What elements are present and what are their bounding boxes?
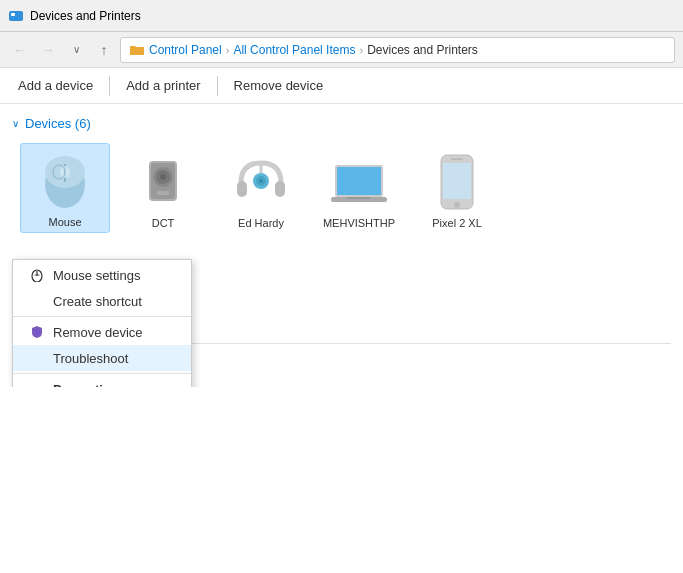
device-dct-label: DCT (152, 217, 175, 229)
title-bar-icon (8, 8, 24, 24)
title-bar: Devices and Printers (0, 0, 683, 32)
context-mouse-settings-label: Mouse settings (53, 268, 140, 283)
phone-icon (437, 153, 477, 213)
context-sep-2 (13, 373, 191, 374)
toolbar-separator-1 (109, 76, 110, 96)
svg-rect-1 (11, 13, 15, 16)
laptop-icon (327, 153, 391, 213)
svg-point-17 (259, 179, 263, 183)
svg-rect-22 (347, 197, 371, 199)
toolbar-separator-2 (217, 76, 218, 96)
devices-section-header[interactable]: ∨ Devices (6) (12, 112, 671, 135)
address-bar: ← → ∨ ↑ Control Panel › All Control Pane… (0, 32, 683, 68)
svg-rect-25 (443, 163, 471, 199)
headset-icon (231, 153, 291, 213)
svg-point-11 (160, 174, 166, 180)
devices-collapse-arrow: ∨ (12, 118, 19, 129)
add-printer-button[interactable]: Add a printer (116, 74, 210, 97)
title-bar-text: Devices and Printers (30, 9, 141, 23)
svg-rect-0 (9, 11, 23, 21)
forward-button[interactable]: → (36, 38, 60, 62)
context-sep-1 (13, 316, 191, 317)
svg-rect-27 (451, 158, 463, 160)
devices-section-label: Devices (6) (25, 116, 91, 131)
remove-device-button[interactable]: Remove device (224, 74, 334, 97)
folder-icon (129, 42, 145, 58)
svg-rect-20 (337, 167, 381, 195)
device-mouse-label: Mouse (48, 216, 81, 228)
context-create-shortcut[interactable]: Create shortcut (13, 288, 191, 314)
context-mouse-settings[interactable]: Mouse settings (13, 262, 191, 288)
main-content: ∨ Devices (6) Mouse (0, 104, 683, 387)
svg-point-26 (454, 202, 460, 208)
device-pixel2xl-label: Pixel 2 XL (432, 217, 482, 229)
context-troubleshoot[interactable]: Troubleshoot (13, 345, 191, 371)
create-shortcut-spacer (29, 293, 45, 309)
breadcrumb-current: Devices and Printers (367, 43, 478, 57)
device-pixel2xl[interactable]: Pixel 2 XL (412, 143, 502, 233)
devices-grid: Mouse DCT E (12, 143, 671, 233)
context-create-shortcut-label: Create shortcut (53, 294, 142, 309)
toolbar: Add a device Add a printer Remove device (0, 68, 683, 104)
breadcrumb-all-items[interactable]: All Control Panel Items (233, 43, 355, 57)
svg-rect-12 (157, 191, 169, 195)
dropdown-button[interactable]: ∨ (64, 38, 88, 62)
device-ed-hardy-label: Ed Hardy (238, 217, 284, 229)
device-ed-hardy[interactable]: Ed Hardy (216, 143, 306, 233)
speaker-icon (135, 153, 191, 213)
context-remove-device-label: Remove device (53, 325, 143, 340)
svg-rect-13 (237, 181, 247, 197)
device-mouse[interactable]: Mouse (20, 143, 110, 233)
mouse-settings-icon (29, 267, 45, 283)
context-remove-device[interactable]: Remove device (13, 319, 191, 345)
device-mehvishthp-label: MEHVISHTHP (323, 217, 395, 229)
context-troubleshoot-label: Troubleshoot (53, 351, 128, 366)
mouse-icon (37, 152, 93, 212)
troubleshoot-spacer (29, 350, 45, 366)
svg-rect-14 (275, 181, 285, 197)
properties-spacer (29, 381, 45, 387)
shield-remove-icon (29, 324, 45, 340)
device-dct[interactable]: DCT (118, 143, 208, 233)
breadcrumb: Control Panel › All Control Panel Items … (120, 37, 675, 63)
add-device-button[interactable]: Add a device (8, 74, 103, 97)
context-properties[interactable]: Properties (13, 376, 191, 387)
up-button[interactable]: ↑ (92, 38, 116, 62)
back-button[interactable]: ← (8, 38, 32, 62)
context-menu: Mouse settings Create shortcut Remove de… (12, 259, 192, 387)
device-mehvishthp-laptop[interactable]: MEHVISHTHP (314, 143, 404, 233)
context-properties-label: Properties (53, 382, 117, 388)
breadcrumb-control-panel[interactable]: Control Panel (149, 43, 222, 57)
